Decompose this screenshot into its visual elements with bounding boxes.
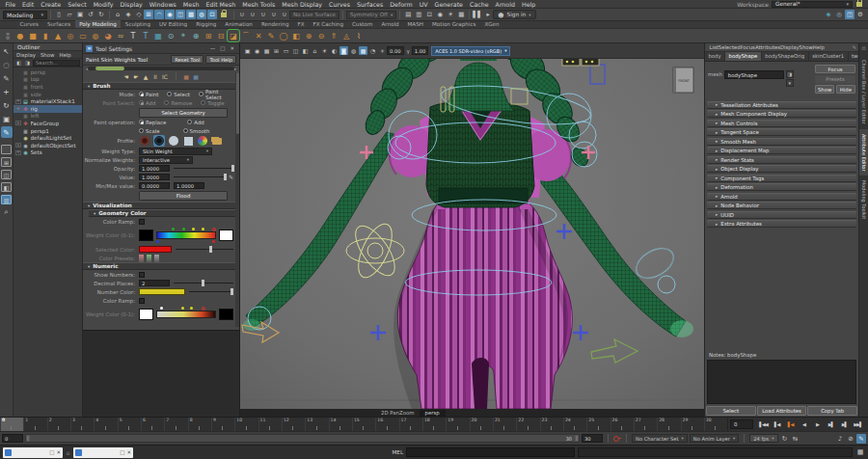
timeline-frame-0[interactable]: 0 [0,418,23,431]
play-forward-button[interactable]: ▶ [811,419,824,430]
paint-select-tool-icon[interactable]: ✎ [1,72,13,84]
timeline-frame-27[interactable]: 27 [634,418,657,431]
select-tool-icon[interactable]: ↖ [1,45,13,57]
viewport-canvas[interactable]: FRONT [240,43,704,409]
mesh-name-field[interactable]: bodyShape [724,70,784,79]
ipr-render-icon[interactable]: ▥ [414,10,423,19]
attribute-section-header[interactable]: ▸Arnold [707,193,856,201]
brush-profile-soft-icon[interactable] [139,135,150,147]
show-button[interactable]: Show [815,85,834,94]
quad-draw-icon[interactable]: ✎ [265,30,277,41]
command-result[interactable] [578,447,853,457]
shelf-tab[interactable]: Surfaces [42,20,74,28]
playback-loop-icon[interactable]: ↻ [780,434,790,444]
flood-button[interactable]: Flood [139,191,228,201]
script-editor-icon[interactable]: ▦ [855,447,865,457]
sign-in-button[interactable]: ☻Sign in▾ [493,10,535,19]
render-settings-icon[interactable]: ⊡ [424,10,434,19]
rotate-tool-icon[interactable]: ↻ [1,99,13,111]
attribute-section-header[interactable]: ▸Extra Attributes [707,220,856,228]
field-chart-icon[interactable]: ⌂ [311,46,319,55]
poly-cylinder-icon[interactable]: ▮ [40,30,51,41]
render-current-frame-icon[interactable]: ∪ [269,10,279,19]
marking-pencil-icon[interactable]: ✎ [229,174,233,180]
hide-button[interactable]: Hide [836,85,855,94]
outliner-item[interactable]: ▣left [14,113,82,121]
geometry-color-section-header[interactable]: ▾Geometry Color [89,209,239,217]
workspace-dropdown[interactable]: General*▾ [772,1,853,8]
resolution-gate-icon[interactable]: ◫ [291,46,300,55]
numeric-weight-color-start-swatch[interactable] [139,309,153,320]
target-weld-icon[interactable]: ◬ [340,30,352,41]
numeric-color-ramp-checkbox[interactable] [139,298,145,304]
paint-operation-radio[interactable]: Scale [139,128,160,134]
copy-tab-button[interactable]: Copy Tab [807,406,857,416]
browse-profile-folder-icon[interactable] [211,135,223,147]
menu-item[interactable]: Select [65,1,90,8]
mute-icon[interactable]: ⊘ [846,434,855,444]
timeline-frame-18[interactable]: 18 [422,418,446,431]
lighting-icon[interactable]: ☀ [320,46,329,55]
poly-cube-icon[interactable]: ■ [27,30,39,41]
pin-icon[interactable]: ✎ [853,44,856,50]
uv-grid-icon[interactable]: ▦ [152,30,164,41]
outliner-item[interactable]: ▣persp [14,68,82,76]
timeline-frame-3[interactable]: 3 [70,418,94,431]
pane-layout-outliner-icon[interactable]: ◧ [1,182,12,192]
combine-icon[interactable]: ⊕ [303,30,314,41]
poly-torus-icon[interactable]: ◎ [65,30,76,41]
shelf-tab[interactable]: Animation [221,20,258,28]
select-button[interactable]: Select [706,406,756,416]
workspace-settings-icon[interactable]: ⚙ [855,10,865,19]
reflection-ic-icon[interactable]: IC [161,72,170,81]
select-by-object-icon[interactable]: ◈ [123,10,133,19]
notes-textarea[interactable] [707,360,856,404]
symmetry-dropdown[interactable]: Symmetry Off▾ [346,11,396,19]
fps-dropdown[interactable]: 24 fps▾ [749,434,777,443]
uv-view-icon[interactable]: ▦ [192,72,201,81]
menu-set-dropdown[interactable]: Modeling▾ [3,11,47,19]
value-field[interactable]: 1.0000 [139,174,170,180]
attribute-editor-menu-item[interactable]: Display [780,44,800,50]
save-scene-icon[interactable]: ▣ [75,10,85,19]
attribute-section-header[interactable]: ▸Mesh Controls [707,120,856,127]
timeline-frame-21[interactable]: 21 [493,418,516,431]
shelf-tab[interactable]: Curves [15,20,42,28]
timeline-frame-29[interactable]: 29 [681,418,704,431]
snap-to-view-plane-icon[interactable]: ▩ [186,10,196,19]
attribute-section-header[interactable]: ▸Deformation [707,183,856,191]
timeline-frame-22[interactable]: 22 [516,418,539,431]
selected-color-swatch[interactable] [139,246,172,253]
shelf-menu-icon[interactable]: ≡⚙ [2,32,14,40]
sculpt-mound-icon[interactable]: ▲ [142,72,150,81]
bookmark-workspace-icon[interactable]: ◈ [824,10,833,19]
attribute-section-header[interactable]: ▸Tessellation Attributes [707,101,856,109]
dock-tab[interactable]: Attribute Editor [859,129,868,176]
pane-layout-split-icon[interactable]: ◫ [1,170,12,179]
snap-together-icon[interactable]: ⊡ [207,10,217,19]
timeline-frame-23[interactable]: 23 [540,418,563,431]
menu-item[interactable]: Mesh [179,1,203,8]
paint-operation-radio[interactable]: Add [187,120,203,125]
range-end-handle[interactable] [575,435,579,442]
poly-cone-icon[interactable]: ▲ [52,30,64,41]
menu-item[interactable]: Deform [387,1,416,8]
timeline-frame-16[interactable]: 16 [375,418,398,431]
render-sequence-icon[interactable]: ▦ [456,10,466,19]
numeric-weight-color-end-swatch[interactable] [219,309,233,320]
lock-selection-icon[interactable] [221,13,227,17]
dock-options-icon[interactable]: ⊡ [861,45,865,51]
attribute-section-header[interactable]: ▸Render Stats [707,156,856,164]
reflection-ii-icon[interactable]: II [151,72,160,81]
menu-item[interactable]: Arnold [492,1,518,8]
selected-color-slider[interactable] [176,249,233,251]
snap-to-point-icon[interactable]: ◉ [165,10,175,19]
attribute-editor-tab[interactable]: skinCluster1 [809,52,849,61]
color-grid-icon[interactable]: ▦ [182,72,191,81]
mode-radio[interactable]: Select [167,92,190,97]
camera-select-icon[interactable]: ▣ [243,46,252,55]
shelf-tab[interactable]: Custom [347,20,376,28]
xray-icon[interactable]: ◔ [368,46,377,55]
timeline-frame-5[interactable]: 5 [118,418,141,431]
attribute-section-header[interactable]: ▸UUID [707,211,856,219]
